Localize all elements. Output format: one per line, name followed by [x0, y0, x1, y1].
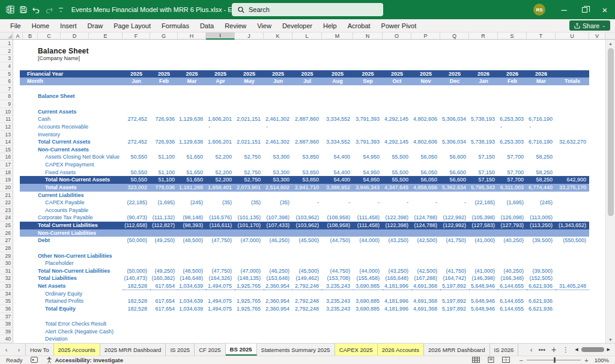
cell[interactable]: (22,185) [123, 199, 150, 207]
row-label[interactable]: Deviation [20, 335, 123, 343]
cell[interactable]: (165,648) [383, 275, 411, 282]
cell[interactable]: (149,462) [292, 275, 322, 282]
cell[interactable]: 2025 [322, 70, 353, 78]
row-label[interactable]: Ordinary Equity [20, 290, 123, 298]
row-label[interactable]: [Company Name] [20, 55, 123, 62]
cell[interactable]: 52,200 [206, 169, 235, 177]
tab-nav-left[interactable]: ‹ [0, 344, 13, 356]
cell[interactable]: (22,185) [469, 199, 498, 207]
row-header-10[interactable]: 10 [0, 108, 13, 116]
zoom-out-button[interactable]: − [520, 357, 523, 364]
cell[interactable]: (126,098) [498, 214, 527, 222]
cell[interactable] [589, 267, 605, 275]
row-header-20[interactable]: 20 [0, 184, 13, 192]
cell[interactable]: (49,250) [150, 267, 178, 275]
accessibility-status[interactable]: Accessibility: Investigate [46, 357, 123, 363]
row-header-4[interactable]: 4 [0, 62, 13, 70]
avatar[interactable]: RS [533, 4, 545, 16]
cell[interactable]: 56,050 [411, 169, 440, 177]
cell[interactable] [589, 123, 605, 131]
ribbon-tab-help[interactable]: Help [318, 19, 342, 32]
cell[interactable]: 3,690,885 [353, 297, 383, 305]
cell[interactable]: (164,326) [206, 275, 235, 282]
cell[interactable]: 53,850 [292, 153, 322, 161]
save-button[interactable] [20, 6, 27, 13]
cell[interactable]: (122,992) [440, 214, 469, 222]
tab-splitter-handle[interactable]: ⋮ [562, 346, 569, 354]
cell[interactable]: 3,235,243 [322, 305, 353, 313]
cell[interactable]: 57,700 [498, 169, 527, 177]
row-header-12[interactable]: 12 [0, 123, 13, 131]
cell[interactable] [589, 131, 605, 139]
cell[interactable]: 2,360,954 [264, 282, 292, 290]
zoom-level[interactable]: 100% [595, 357, 609, 363]
cell[interactable]: (153,708) [322, 275, 353, 282]
cell[interactable]: (45,500) [292, 267, 322, 275]
cell[interactable] [589, 328, 605, 336]
cell[interactable] [589, 252, 605, 260]
cell[interactable]: (124,788) [411, 222, 440, 229]
cell[interactable]: 3,388,952 [322, 184, 353, 192]
row-label[interactable]: Non-Current Assets [20, 146, 123, 154]
cell[interactable]: 6,144,655 [498, 282, 527, 290]
cell[interactable]: 5,648,946 [469, 305, 498, 313]
row-header-7[interactable]: 7 [0, 85, 13, 93]
row-label[interactable]: Total Liabilities [20, 275, 123, 282]
cell[interactable]: - [264, 123, 292, 131]
cell[interactable]: 2,792,248 [292, 282, 322, 290]
cell[interactable]: (146,398) [469, 275, 498, 282]
cell[interactable]: (122,398) [383, 222, 411, 229]
cell[interactable]: 726,936 [150, 138, 178, 146]
cell[interactable] [589, 115, 605, 123]
cell[interactable]: 4,181,996 [383, 282, 411, 290]
cell[interactable]: (41,750) [440, 267, 469, 275]
cell[interactable]: (46,250) [264, 267, 292, 275]
row-header-36[interactable]: 36 [0, 305, 13, 313]
sheet-tab-2026-accounts[interactable]: 2026 Accounts [378, 344, 424, 356]
row-header-28[interactable]: 28 [0, 244, 13, 252]
row-header-14[interactable]: 14 [0, 138, 13, 146]
cell[interactable]: 1,925,765 [235, 297, 264, 305]
row-header-6[interactable]: 6 [0, 77, 13, 85]
cell[interactable]: (124,788) [411, 214, 440, 222]
row-label[interactable]: Accounts Payable [20, 207, 123, 214]
row-label[interactable]: Total Assets [20, 184, 123, 192]
row-header-16[interactable]: 16 [0, 153, 13, 161]
cell[interactable]: 6,716,190 [527, 115, 556, 123]
column-header-k[interactable]: K [264, 32, 292, 40]
cell[interactable] [589, 146, 605, 154]
cell[interactable]: 50,550 [123, 176, 150, 184]
cell[interactable]: 2025 [292, 70, 322, 78]
cell[interactable] [589, 222, 605, 229]
cell[interactable]: 56,600 [440, 176, 469, 184]
row-label[interactable]: Current Assets [20, 108, 123, 116]
cell[interactable]: - [322, 199, 353, 207]
ribbon-tab-acrobat[interactable]: Acrobat [342, 19, 376, 32]
cell[interactable] [589, 214, 605, 222]
cell[interactable] [589, 47, 605, 55]
totals-cell[interactable] [556, 199, 589, 207]
cell[interactable]: (39,500) [527, 267, 556, 275]
undo-dropdown-icon[interactable]: ⌄ [37, 8, 40, 12]
totals-cell[interactable] [556, 214, 589, 222]
column-header-v[interactable]: V [589, 32, 605, 40]
tab-nav-right[interactable]: › [13, 344, 25, 356]
cell[interactable] [411, 123, 440, 131]
ribbon-tab-view[interactable]: View [252, 19, 277, 32]
cell[interactable]: (50,000) [123, 237, 150, 244]
cell[interactable]: 58,250 [527, 176, 556, 184]
cell[interactable]: Aug [322, 77, 353, 85]
row-header-11[interactable]: 11 [0, 115, 13, 123]
cell[interactable]: 6,253,303 [498, 115, 527, 123]
row-header-32[interactable]: 32 [0, 275, 13, 282]
cell[interactable] [589, 70, 605, 78]
cell[interactable]: 1,129,638 [178, 115, 206, 123]
cell[interactable]: 2,792,248 [292, 297, 322, 305]
cell[interactable] [589, 207, 605, 214]
row-header-29[interactable]: 29 [0, 252, 13, 260]
cell[interactable]: 2,792,248 [292, 305, 322, 313]
cell[interactable]: 54,400 [322, 169, 353, 177]
row-header-33[interactable]: 33 [0, 282, 13, 290]
close-button[interactable]: × [595, 0, 615, 19]
row-label[interactable] [20, 244, 123, 252]
